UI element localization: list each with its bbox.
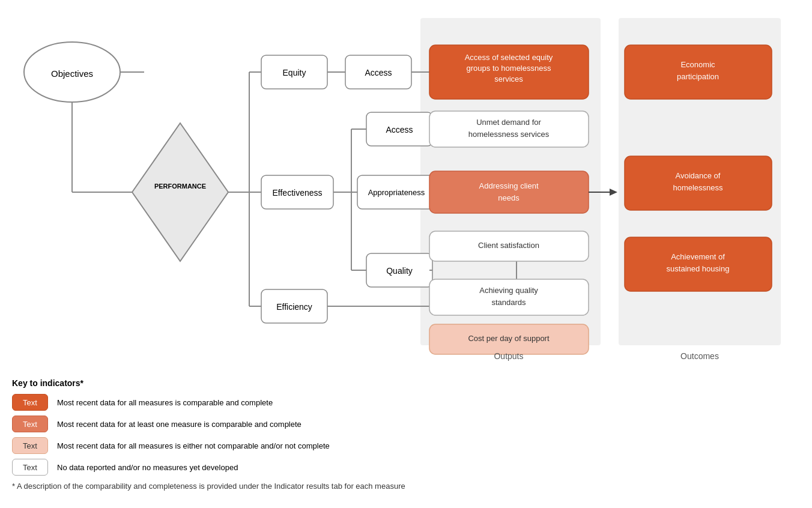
appropriateness-label: Appropriateness	[368, 188, 425, 197]
outcomes-section-label: Outcomes	[680, 351, 719, 361]
legend-row-medium: Text Most recent data for at least one m…	[12, 416, 800, 432]
outputs-section-label: Outputs	[494, 351, 523, 361]
legend-items: Text Most recent data for all measures i…	[12, 394, 800, 476]
legend-box-medium: Text	[12, 416, 48, 432]
legend-box-light: Text	[12, 437, 48, 454]
effectiveness-label: Effectiveness	[272, 188, 322, 198]
outcome3-line1: Achievement of	[671, 252, 725, 261]
efficiency-label: Efficiency	[276, 302, 312, 312]
output2-line1: Unmet demand for	[476, 118, 541, 127]
outcome2-line2: homelessness	[673, 183, 723, 192]
performance-diamond	[132, 123, 228, 261]
legend-box-dark: Text	[12, 394, 48, 411]
output4-label: Client satisfaction	[478, 241, 539, 250]
legend-row-light: Text Most recent data for all measures i…	[12, 437, 800, 454]
legend-box-none: Text	[12, 459, 48, 476]
access-eff-label: Access	[386, 125, 413, 135]
legend-row-none: Text No data reported and/or no measures…	[12, 459, 800, 476]
output3-line1: Addressing client	[479, 181, 539, 190]
outcome2-line1: Avoidance of	[676, 171, 721, 180]
equity-label: Equity	[283, 68, 306, 77]
output5-box	[429, 279, 589, 315]
quality-label: Quality	[386, 266, 413, 276]
diagram-container: Objectives PERFORMANCE Equity Effectiven…	[12, 12, 800, 366]
diagram-svg: Objectives PERFORMANCE Equity Effectiven…	[12, 12, 800, 366]
outcome3-line2: sustained housing	[667, 264, 730, 273]
output3-box	[429, 171, 589, 213]
output1-line1: Access of selected equity	[465, 53, 553, 62]
output6-label: Cost per day of support	[468, 334, 550, 343]
outcome1-line1: Economic	[680, 60, 715, 69]
output2-box	[429, 111, 589, 147]
legend-row-dark: Text Most recent data for all measures i…	[12, 394, 800, 411]
legend-section: Key to indicators* Text Most recent data…	[12, 378, 800, 491]
output5-line1: Achieving quality	[479, 286, 538, 295]
access-eq-label: Access	[365, 68, 392, 77]
output3-line2: needs	[498, 193, 520, 202]
arrow-head	[610, 189, 617, 196]
performance-label: PERFORMANCE	[154, 183, 206, 190]
legend-desc-dark: Most recent data for all measures is com…	[57, 398, 273, 407]
output2-line2: homelessness services	[468, 130, 550, 139]
outcome1-line2: participation	[677, 72, 719, 81]
legend-title: Key to indicators*	[12, 378, 800, 388]
legend-desc-medium: Most recent data for at least one measur…	[57, 420, 301, 429]
output1-line3: services	[494, 74, 523, 83]
legend-desc-none: No data reported and/or no measures yet …	[57, 463, 238, 472]
objectives-label: Objectives	[51, 68, 93, 79]
legend-footnote: * A description of the comparability and…	[12, 482, 800, 491]
legend-desc-light: Most recent data for all measures is eit…	[57, 441, 330, 450]
output5-line2: standards	[491, 298, 526, 307]
output1-line2: groups to homelessness	[467, 64, 551, 73]
